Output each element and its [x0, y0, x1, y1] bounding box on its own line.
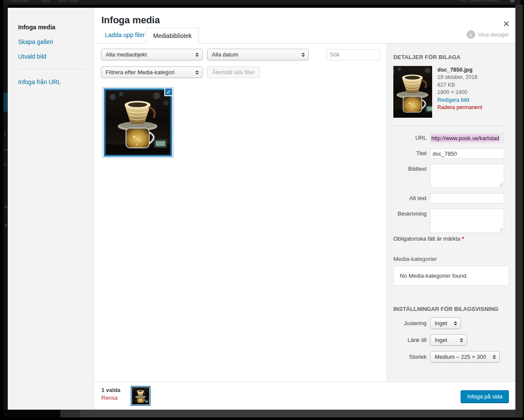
menu-item-featured-image[interactable]: Utvald bild	[8, 49, 94, 64]
alignment-label: Justering	[393, 320, 430, 326]
resize-grip-icon[interactable]	[499, 183, 503, 187]
clear-selection-link[interactable]: Rensa	[101, 395, 120, 401]
select-arrows-icon	[454, 321, 457, 326]
admin-bar-new[interactable]: + Nytt	[36, 0, 50, 3]
back-chevron-icon: ‹	[467, 30, 475, 39]
date-filter[interactable]: Alla datum	[207, 49, 309, 60]
page-title: Infoga media	[101, 15, 160, 26]
media-categories-box: No Media-kategorier found.	[393, 266, 509, 286]
size-select[interactable]: Medium – 225 × 300	[430, 351, 500, 363]
attachment-filesize: 627 KB	[437, 81, 482, 89]
attachment-date: 19 oktober, 2016	[437, 74, 482, 81]
media-type-filter[interactable]: Alla mediaobjekt	[101, 49, 203, 60]
dimmed-menu-icon	[4, 206, 7, 209]
required-fields-note: Obligatoriska fält är märkta *	[393, 235, 508, 242]
menu-item-insert-from-url[interactable]: Infoga från URL	[8, 75, 94, 89]
show-details-button[interactable]: ‹ Visa detaljer	[467, 30, 509, 39]
resize-grip-icon[interactable]	[499, 228, 503, 232]
menu-item-create-gallery[interactable]: Skapa galleri	[8, 34, 94, 49]
media-categories-label: Media-kategorier	[393, 256, 508, 262]
tab-upload-files[interactable]: Ladda upp filer	[100, 31, 150, 38]
delete-permanently-link[interactable]: Radera permanent	[437, 104, 482, 112]
link-to-select[interactable]: Inget	[430, 334, 467, 346]
required-asterisk: *	[462, 235, 464, 242]
admin-bar-view[interactable]: Visa sida	[58, 0, 78, 3]
admin-bar-greeting[interactable]: Hej, Lokalredaktör	[458, 0, 500, 3]
select-arrows-icon	[195, 53, 199, 57]
insert-into-page-button[interactable]: Infoga på sida	[461, 390, 509, 403]
select-arrows-icon	[301, 53, 305, 57]
required-fields-text: Obligatoriska fält är märkta	[393, 235, 460, 242]
attachment-dimensions: 1800 × 2400	[437, 89, 482, 97]
attachments-grid: ✓	[101, 84, 380, 155]
attachment-selected[interactable]: ✓	[106, 90, 170, 155]
alignment-select[interactable]: Inget	[430, 317, 461, 329]
dimmed-segment	[3, 410, 60, 417]
dimmed-menu-text: ll	[4, 132, 6, 137]
dimmed-segment	[80, 410, 480, 417]
description-label: Beskrivning	[393, 209, 430, 233]
check-icon[interactable]: ✓	[164, 88, 173, 96]
attachment-image	[106, 90, 170, 155]
admin-bar: Karlstad + Nytt Visa sida Hej, Lokalreda…	[3, 0, 521, 5]
search-input[interactable]	[326, 49, 380, 60]
media-type-filter-value: Alla mediaobjekt	[106, 51, 147, 58]
caption-field[interactable]	[430, 164, 504, 188]
url-value-selected: http://www.posk.se/karlstad	[431, 135, 499, 142]
link-to-label: Länk till	[393, 337, 430, 343]
edit-image-link[interactable]: Redigera bild	[437, 97, 482, 104]
media-library-content: Alla mediaobjekt Alla datum Filtrera eft…	[94, 44, 387, 382]
media-category-filter-value: Filtrera efter Media-kategori	[106, 69, 175, 75]
dimmed-page-background	[3, 410, 521, 417]
selected-count: 1 valda	[101, 387, 120, 393]
title-field[interactable]	[430, 148, 504, 159]
title-label: Titel	[393, 148, 430, 159]
description-field[interactable]	[430, 209, 504, 233]
select-arrows-icon	[195, 70, 199, 75]
caption-label: Bildtext	[393, 164, 430, 188]
dimmed-segment	[60, 410, 80, 417]
avatar	[510, 0, 515, 2]
media-categories-empty-text: No Media-kategorier found.	[400, 273, 468, 279]
menu-separator	[18, 69, 85, 69]
attachment-details-heading: DETALJER FÖR BILAGA	[393, 54, 508, 60]
dimmed-menu-icon	[4, 224, 7, 227]
divider	[393, 125, 508, 126]
size-value: Medium – 225 × 300	[435, 354, 486, 360]
attachment-details-sidebar: DETALJER FÖR BILAGA dsc_7850.jpg 19 okto…	[387, 44, 515, 382]
link-to-value: Inget	[435, 337, 447, 343]
menu-item-insert-media[interactable]: Infoga media	[8, 20, 94, 34]
selection-preview-thumbnail[interactable]	[132, 387, 149, 404]
media-category-filter[interactable]: Filtrera efter Media-kategori	[101, 66, 203, 78]
admin-bar-site[interactable]: Karlstad	[9, 0, 28, 3]
alt-text-label: Alt text	[393, 193, 430, 204]
alignment-value: Inget	[435, 320, 447, 326]
display-settings-heading: INSTÄLLNINGAR FÖR BILAGSVISNING	[393, 306, 508, 312]
modal-header: Infoga media Ladda upp filer Mediabiblio…	[94, 8, 515, 44]
select-arrows-icon	[460, 338, 463, 342]
select-arrows-icon	[493, 355, 496, 359]
dimmed-menu-text: le	[4, 163, 7, 167]
size-label: Storlek	[393, 354, 430, 360]
close-icon[interactable]: ✕	[503, 20, 510, 28]
dimmed-page-right	[515, 5, 523, 417]
attachment-filename: dsc_7850.jpg	[437, 66, 482, 74]
url-label: URL	[393, 133, 430, 143]
alt-text-field[interactable]	[430, 193, 504, 204]
tab-media-library[interactable]: Mediabibliotek	[146, 28, 199, 44]
reset-filters-button[interactable]: Återställ alla filter	[207, 66, 260, 78]
attachment-thumbnail	[393, 66, 432, 118]
show-details-label: Visa detaljer	[478, 31, 509, 38]
insert-media-modal: Infoga media Skapa galleri Utvald bild I…	[8, 8, 515, 410]
date-filter-value: Alla datum	[212, 51, 238, 58]
url-field[interactable]: http://www.posk.se/karlstad	[430, 133, 504, 143]
dimmed-segment	[480, 410, 521, 417]
media-modal-menu: Infoga media Skapa galleri Utvald bild I…	[8, 8, 94, 410]
modal-toolbar: 1 valda Rensa Infoga på sida	[94, 382, 515, 410]
